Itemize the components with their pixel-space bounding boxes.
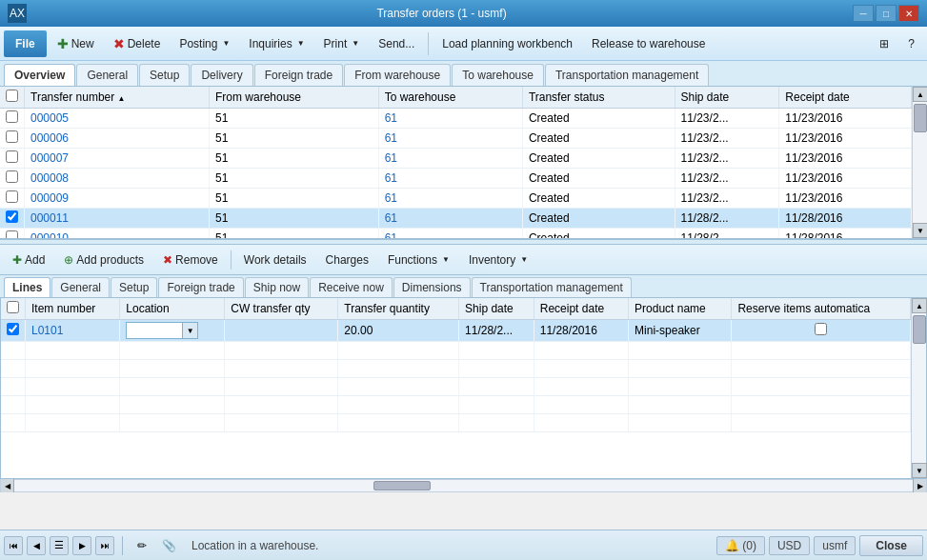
tab-from-warehouse[interactable]: From warehouse <box>344 64 451 86</box>
col-to-warehouse[interactable]: To warehouse <box>378 87 522 109</box>
load-planning-button[interactable]: Load planning workbench <box>433 30 581 57</box>
edit-icon-button[interactable]: ✏ <box>131 534 153 557</box>
upper-table-scroll[interactable]: Transfer number ▲ From warehouse To ware… <box>0 87 912 238</box>
row-checkbox[interactable] <box>6 130 18 143</box>
table-row[interactable]: 000010 51 61 Created 11/28/2... 11/28/20… <box>0 229 912 239</box>
scroll-down-button[interactable]: ▼ <box>913 223 927 238</box>
lines-tab-ship-now[interactable]: Ship now <box>245 277 309 297</box>
lines-table-row[interactable]: L0101 ▼ 20.00 11/28/2... 11/28/2016 Mini… <box>1 320 911 342</box>
table-row[interactable]: 000011 51 61 Created 11/28/2... 11/28/20… <box>0 209 912 229</box>
row-checkbox-cell[interactable] <box>0 229 25 239</box>
print-button[interactable]: Print ▼ <box>315 30 369 57</box>
h-scroll-left[interactable]: ◀ <box>1 479 14 492</box>
alerts-badge[interactable]: 🔔 (0) <box>716 536 765 555</box>
posting-button[interactable]: Posting ▼ <box>171 30 238 57</box>
col-receipt-date[interactable]: Receipt date <box>779 87 912 109</box>
add-button[interactable]: ✚ Add <box>4 249 53 271</box>
lines-tab-lines[interactable]: Lines <box>4 277 50 297</box>
nav-list-button[interactable]: ☰ <box>50 536 69 555</box>
col-ship-date[interactable]: Ship date <box>675 87 779 109</box>
table-row[interactable]: 000005 51 61 Created 11/23/2... 11/23/20… <box>0 109 912 129</box>
tab-overview[interactable]: Overview <box>4 64 75 86</box>
row-checkbox[interactable] <box>6 170 18 183</box>
h-scrollbar-thumb[interactable] <box>373 481 431 490</box>
row-checkbox-cell[interactable] <box>0 169 25 189</box>
col-transfer-number[interactable]: Transfer number ▲ <box>25 87 210 109</box>
lines-scroll-down[interactable]: ▼ <box>912 463 927 478</box>
scrollbar-thumb[interactable] <box>914 104 927 132</box>
nav-next-button[interactable]: ▶ <box>72 536 91 555</box>
functions-button[interactable]: Functions ▼ <box>379 249 458 271</box>
lines-col-location[interactable]: Location <box>120 298 225 320</box>
lines-tab-setup[interactable]: Setup <box>111 277 157 297</box>
tab-transportation-management[interactable]: Transportation management <box>545 64 709 86</box>
table-row[interactable]: 000008 51 61 Created 11/23/2... 11/23/20… <box>0 169 912 189</box>
lines-location[interactable]: ▼ <box>120 320 225 342</box>
lines-col-cw-qty[interactable]: CW transfer qty <box>225 298 338 320</box>
row-transfer-number[interactable]: 000008 <box>25 169 210 189</box>
lines-tab-general[interactable]: General <box>51 277 110 297</box>
row-checkbox[interactable] <box>6 190 18 203</box>
lines-tab-foreign-trade[interactable]: Foreign trade <box>158 277 243 297</box>
help-button[interactable]: ? <box>899 30 923 57</box>
lines-row-checkbox-cell[interactable] <box>1 320 26 342</box>
tab-general[interactable]: General <box>76 64 138 86</box>
row-transfer-number[interactable]: 000005 <box>25 109 210 129</box>
lines-row-checkbox[interactable] <box>7 323 19 335</box>
scroll-up-button[interactable]: ▲ <box>913 87 927 102</box>
row-checkbox-cell[interactable] <box>0 149 25 169</box>
select-all-checkbox[interactable] <box>6 90 18 102</box>
restore-button[interactable]: □ <box>876 5 897 22</box>
row-checkbox[interactable] <box>6 110 18 123</box>
lines-col-ship-date[interactable]: Ship date <box>459 298 534 320</box>
row-checkbox[interactable] <box>6 150 18 163</box>
scrollbar-track[interactable] <box>913 102 927 223</box>
lines-scrollbar-thumb[interactable] <box>913 315 926 344</box>
horizontal-scrollbar[interactable]: ◀ ▶ <box>0 479 927 492</box>
lines-scroll-up[interactable]: ▲ <box>912 298 927 313</box>
tab-to-warehouse[interactable]: To warehouse <box>452 64 544 86</box>
attach-icon-button[interactable]: 📎 <box>157 534 180 557</box>
lines-col-item-number[interactable]: Item number <box>26 298 120 320</box>
row-checkbox-cell[interactable] <box>0 129 25 149</box>
lines-reserve[interactable] <box>732 320 911 342</box>
row-checkbox-cell[interactable] <box>0 109 25 129</box>
lines-scrollbar-track[interactable] <box>912 313 926 463</box>
add-products-button[interactable]: ⊕ Add products <box>55 249 152 271</box>
lines-col-receipt-date[interactable]: Receipt date <box>534 298 628 320</box>
lines-select-all-checkbox[interactable] <box>7 301 19 313</box>
select-all-header[interactable] <box>0 87 25 109</box>
row-checkbox[interactable] <box>6 230 18 238</box>
charges-button[interactable]: Charges <box>317 249 377 271</box>
row-transfer-number[interactable]: 000010 <box>25 229 210 239</box>
inventory-button[interactable]: Inventory ▼ <box>460 249 536 271</box>
row-checkbox[interactable] <box>6 210 18 223</box>
lines-col-reserve[interactable]: Reserve items automatica <box>732 298 911 320</box>
nav-first-button[interactable]: ⏮ <box>4 536 23 555</box>
nav-prev-button[interactable]: ◀ <box>27 536 46 555</box>
close-button[interactable]: Close <box>859 535 923 556</box>
work-details-button[interactable]: Work details <box>235 249 315 271</box>
row-checkbox-cell[interactable] <box>0 189 25 209</box>
tab-setup[interactable]: Setup <box>139 64 190 86</box>
lines-tab-receive-now[interactable]: Receive now <box>310 277 393 297</box>
table-row[interactable]: 000009 51 61 Created 11/23/2... 11/23/20… <box>0 189 912 209</box>
table-row[interactable]: 000007 51 61 Created 11/23/2... 11/23/20… <box>0 149 912 169</box>
lines-tab-dimensions[interactable]: Dimensions <box>393 277 471 297</box>
tab-foreign-trade[interactable]: Foreign trade <box>254 64 343 86</box>
col-from-warehouse[interactable]: From warehouse <box>209 87 378 109</box>
table-row[interactable]: 000006 51 61 Created 11/23/2... 11/23/20… <box>0 129 912 149</box>
minimize-button[interactable]: ─ <box>853 5 874 22</box>
send-button[interactable]: Send... <box>370 30 423 57</box>
lines-select-all-header[interactable] <box>1 298 26 320</box>
tab-delivery[interactable]: Delivery <box>191 64 252 86</box>
row-transfer-number[interactable]: 000007 <box>25 149 210 169</box>
layout-button[interactable]: ⊞ <box>871 30 897 57</box>
row-transfer-number[interactable]: 000011 <box>25 209 210 229</box>
col-transfer-status[interactable]: Transfer status <box>522 87 675 109</box>
nav-last-button[interactable]: ⏭ <box>95 536 114 555</box>
new-button[interactable]: ✚ New <box>49 30 103 57</box>
lines-reserve-checkbox[interactable] <box>815 323 827 335</box>
window-close-button[interactable]: ✕ <box>898 5 919 22</box>
location-dropdown[interactable]: ▼ <box>183 322 198 339</box>
